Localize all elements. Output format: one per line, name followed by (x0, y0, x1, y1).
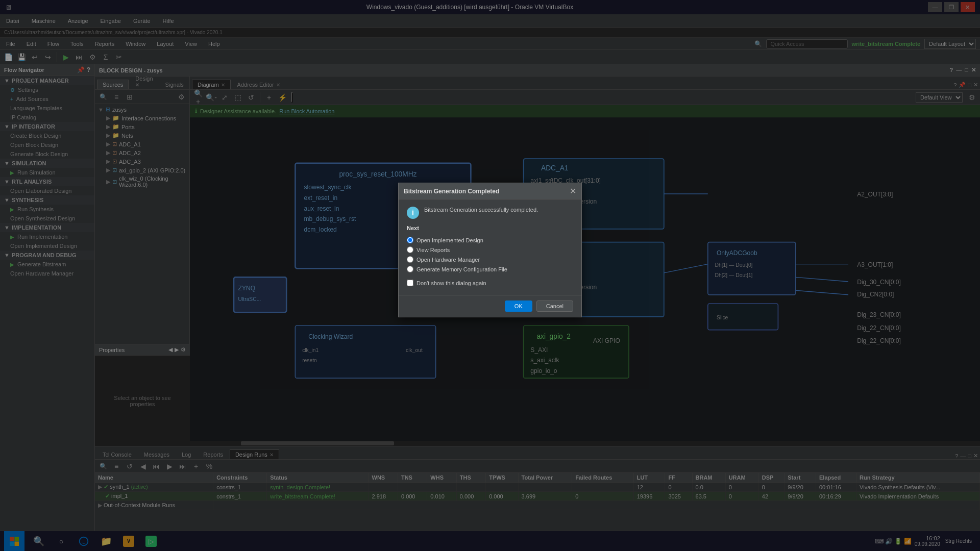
modal-info-row: i Bitstream Generation successfully comp… (407, 207, 573, 219)
radio-gen-memory-config: Generate Memory Configuration File (407, 264, 573, 274)
modal-backdrop: Bitstream Generation Completed ✕ i Bitst… (0, 0, 980, 551)
radio-view-reports-input[interactable] (407, 246, 413, 253)
bitstream-completion-dialog: Bitstream Generation Completed ✕ i Bitst… (398, 183, 582, 317)
modal-title: Bitstream Generation Completed (404, 188, 499, 195)
modal-header: Bitstream Generation Completed ✕ (399, 183, 581, 199)
modal-message: Bitstream Generation successfully comple… (424, 207, 538, 213)
modal-cancel-button[interactable]: Cancel (536, 300, 573, 312)
modal-ok-button[interactable]: OK (505, 300, 532, 312)
checkbox-dont-show: Don't show this dialog again (407, 278, 573, 288)
modal-close-button[interactable]: ✕ (570, 186, 576, 196)
radio-gen-memory-label: Generate Memory Configuration File (416, 266, 507, 272)
radio-view-reports: View Reports (407, 245, 573, 255)
radio-open-implemented-input[interactable] (407, 237, 413, 243)
radio-open-implemented-label: Open Implemented Design (416, 237, 483, 243)
modal-body: i Bitstream Generation successfully comp… (399, 199, 581, 295)
radio-open-hardware-manager: Open Hardware Manager (407, 255, 573, 264)
modal-footer: OK Cancel (399, 295, 581, 317)
dont-show-checkbox[interactable] (407, 280, 413, 286)
dont-show-label: Don't show this dialog again (416, 280, 486, 286)
radio-gen-memory-input[interactable] (407, 266, 413, 272)
info-icon: i (407, 207, 419, 219)
radio-open-hardware-label: Open Hardware Manager (416, 257, 480, 263)
radio-open-hardware-input[interactable] (407, 256, 413, 263)
modal-next-label: Next (407, 225, 573, 231)
radio-open-implemented: Open Implemented Design (407, 235, 573, 245)
radio-view-reports-label: View Reports (416, 247, 450, 253)
